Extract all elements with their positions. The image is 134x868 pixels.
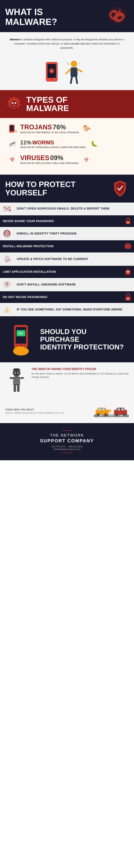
svg-rect-59 — [128, 299, 128, 300]
svg-text:☣: ☣ — [112, 6, 123, 20]
svg-point-18 — [10, 100, 18, 107]
svg-rect-70 — [19, 346, 21, 352]
svg-rect-71 — [22, 346, 24, 352]
tip-text-report: IF YOU SEE SOMETHING, SAY SOMETHING, MAK… — [14, 304, 134, 316]
trojan-end-icon: 🐎 — [82, 124, 92, 133]
svg-rect-84 — [13, 382, 20, 383]
illustration-section: ☣ 😟 ? ! — [0, 55, 134, 90]
svg-line-13 — [76, 77, 77, 83]
svg-point-7 — [51, 79, 53, 80]
svg-rect-52 — [124, 274, 126, 275]
tip-text-reuse: DO NOT REUSE PASSWORDS — [0, 291, 122, 303]
svg-rect-82 — [13, 378, 20, 379]
types-header-section: TYPES OF MALWARE — [0, 90, 134, 118]
tips-section: DON'T OPEN SUSPICIOUS EMAILS. DELETE & R… — [0, 203, 134, 316]
svg-text:☣: ☣ — [127, 246, 129, 248]
tip-item-limit: LIMIT APPLICATION INSTALLATION — [0, 266, 134, 279]
lock-icon — [122, 215, 134, 227]
svg-rect-46 — [127, 271, 128, 272]
tip-item-password: NEVER SHARE YOUR PASSWORD — [0, 215, 134, 227]
svg-rect-72 — [25, 347, 26, 352]
svg-rect-69 — [17, 346, 19, 352]
protect-header-section: HOW TO PROTECT YOURSELF — [0, 175, 134, 203]
virus-text: VIRUSES 09% INFECTED BY REPLICATING ITSE… — [20, 154, 78, 164]
tip-text-unknown: DON'T INSTALL UNKNOWN SOFTWARE — [14, 279, 134, 291]
tip-text-limit: LIMIT APPLICATION INSTALLATION — [0, 266, 122, 278]
protect-title: HOW TO PROTECT YOURSELF — [5, 180, 75, 197]
phone-hand-illustration: PAY — [5, 321, 37, 357]
svg-text:?: ? — [6, 282, 8, 286]
svg-rect-85 — [13, 385, 16, 392]
tip-text-malware: INSTALL MALWARE PROTECTION — [0, 240, 122, 252]
footer-divider-bottom — [62, 453, 72, 453]
virus-blob-icon — [5, 95, 23, 113]
svg-text:PAY: PAY — [19, 332, 23, 335]
footer-contact: 203.744.2274 · 800.222.3893 info@network… — [5, 445, 129, 451]
types-title: TYPES OF MALWARE — [26, 96, 69, 113]
svg-point-36 — [6, 233, 8, 234]
svg-text:?: ? — [67, 63, 69, 66]
svg-text:☣: ☣ — [50, 69, 53, 73]
types-list-section: ☣ 🐎 TROJANS 76% INFECTED BY PRETENDING T… — [0, 118, 134, 175]
svg-point-78 — [18, 373, 18, 373]
svg-line-10 — [66, 69, 70, 73]
tip-text-identity: ENROLL IN IDENTITY THEFT PROGRAM — [14, 227, 134, 240]
definition-text: Malware is software designed with malici… — [9, 37, 125, 50]
definition-section: Malware is software designed with malici… — [0, 32, 134, 55]
svg-point-100 — [105, 414, 106, 415]
svg-text:☣: ☣ — [83, 156, 89, 163]
car-illustration: 💥 — [94, 403, 129, 420]
fingerprint-icon — [0, 227, 14, 240]
svg-rect-35 — [128, 222, 128, 223]
robot-icon — [122, 266, 134, 278]
odds-text-area: THE ODDS OF HAVING YOUR IDENTITY STOLEN … — [31, 368, 129, 379]
svg-text:!: ! — [6, 308, 8, 313]
svg-rect-87 — [10, 377, 13, 379]
worm-icon: 🦟 — [7, 138, 18, 149]
svg-line-12 — [71, 77, 72, 83]
tip-item-email: DON'T OPEN SUSPICIOUS EMAILS. DELETE & R… — [0, 203, 134, 215]
warning-icon: ! — [0, 304, 14, 316]
car-text-area: THESE ODDS ARE ABOUT EQUAL IT BEING INVO… — [5, 408, 90, 414]
purchase-title: SHOULD YOU PURCHASE IDENTITY PROTECTION? — [40, 328, 124, 351]
virus-end-icon: ☣ — [81, 155, 92, 164]
svg-rect-47 — [128, 271, 129, 272]
svg-point-77 — [15, 373, 15, 373]
tip-item-reuse: DO NOT REUSE PASSWORDS — [0, 291, 134, 304]
svg-text:😟: 😟 — [73, 63, 76, 66]
thief-illustration — [5, 368, 28, 396]
svg-point-19 — [12, 102, 13, 104]
email-icon — [0, 203, 14, 215]
reuse-lock-icon — [122, 291, 134, 303]
worm-text: 11% WORMS INFECTED BY SPREADING ACROSS C… — [20, 140, 86, 149]
svg-rect-83 — [13, 380, 20, 381]
odds-section: THE ODDS OF HAVING YOUR IDENTITY STOLEN … — [0, 362, 134, 401]
tip-item-update: UPDATE & PATCH SOFTWARE TO BE CURRENT — [0, 253, 134, 266]
svg-point-37 — [5, 232, 8, 235]
biohazard-icon: ☣ — [108, 5, 127, 25]
svg-line-11 — [77, 69, 82, 72]
tip-item-report: ! IF YOU SEE SOMETHING, SAY SOMETHING, M… — [0, 304, 134, 316]
protect-shield-icon — [111, 180, 129, 197]
svg-rect-91 — [109, 415, 114, 416]
malware-illustration: ☣ 😟 ? ! — [41, 59, 93, 87]
svg-rect-51 — [126, 274, 130, 276]
question-icon: ? — [0, 279, 14, 291]
malware-shield-icon: ☣ — [122, 240, 134, 252]
svg-rect-95 — [98, 408, 101, 411]
svg-text:🦟: 🦟 — [8, 140, 16, 147]
svg-text:☣: ☣ — [9, 155, 15, 163]
update-icon — [0, 253, 14, 265]
svg-point-108 — [124, 414, 125, 415]
hero-title: WHAT IS MALWARE? — [5, 7, 71, 27]
svg-rect-9 — [70, 67, 77, 77]
svg-text:🐎: 🐎 — [15, 130, 17, 133]
purchase-header-section: PAY SHOULD YOU PURCHASE IDENTITY PROTECT… — [0, 316, 134, 362]
worm-type-item: 🦟 11% WORMS INFECTED BY SPREADING ACROSS… — [7, 138, 127, 149]
svg-rect-48 — [127, 273, 129, 273]
trojan-text: TROJANS 76% INFECTED BY PRETENDING TO BE… — [20, 123, 79, 134]
svg-text:!: ! — [79, 62, 80, 65]
hero-section: WHAT IS MALWARE? ☣ — [0, 0, 134, 32]
trojan-type-item: ☣ 🐎 TROJANS 76% INFECTED BY PRETENDING T… — [7, 123, 127, 134]
footer-company: THE NETWORK SUPPORT COMPANY — [5, 433, 129, 444]
